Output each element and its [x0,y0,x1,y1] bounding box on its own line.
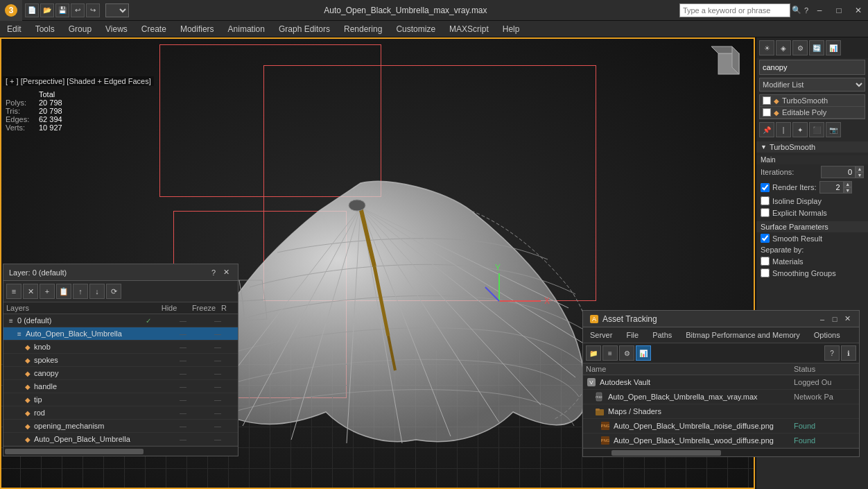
layer-scrollbar-thumb[interactable] [5,449,144,454]
asset-menu-file[interactable]: File [619,327,645,343]
asset-menu-options[interactable]: Options [807,327,847,343]
asset-panel-title-text: Asset Tracking [602,314,816,324]
layer-row-spokes[interactable]: ◆ spokes — — [3,354,238,367]
asset-row-wood[interactable]: PNG Auto_Open_Black_Umbrella_wood_diffus… [583,434,859,448]
iterations-down[interactable]: ▼ [856,172,864,178]
turbosmooth-header: ▼ TurboSmooth [756,141,868,153]
asset-menu-bitmap[interactable]: Bitmap Performance and Memory [679,327,806,343]
layer-row-auto-open[interactable]: ≡ Auto_Open_Black_Umbrella — — [3,327,238,341]
explicit-normals-checkbox[interactable] [761,208,770,217]
materials-checkbox[interactable] [761,257,770,266]
mod-tool-2[interactable]: | [776,122,791,137]
asset-panel-min[interactable]: – [816,313,828,325]
undo-button[interactable]: ↩ [71,3,85,17]
smoothing-groups-checkbox[interactable] [761,268,770,277]
object-name-input[interactable]: canopy [759,60,865,75]
layer-icon-knob: ◆ [23,342,33,352]
workspace-dropdown[interactable]: Workspace: Default [105,3,129,17]
menu-rendering[interactable]: Rendering [337,21,389,37]
menu-group[interactable]: Group [62,21,98,37]
menu-graph-editors[interactable]: Graph Editors [272,21,337,37]
layer-row-knob[interactable]: ◆ knob — — [3,341,238,354]
rp-icon-2[interactable]: ◈ [776,40,791,55]
menu-edit[interactable]: Edit [0,21,28,37]
asset-scrollbar[interactable] [583,448,859,456]
asset-row-noise[interactable]: PNG Auto_Open_Black_Umbrella_noise_diffu… [583,419,859,434]
asset-scrollbar-thumb[interactable] [611,450,721,456]
asset-menu-server[interactable]: Server [583,327,619,343]
layer-toolbar-refresh[interactable]: ⟳ [106,284,121,299]
layer-row-auto-open-2[interactable]: ◆ Auto_Open_Black_Umbrella — — [3,433,238,446]
modifier-editable-poly[interactable]: ◆ Editable Poly [760,107,865,119]
maximize-button[interactable]: □ [829,0,849,21]
layer-row-opening[interactable]: ◆ opening_mechanism — — [3,420,238,433]
render-iters-up[interactable]: ▲ [844,181,852,187]
iterations-up[interactable]: ▲ [856,166,864,172]
menu-customize[interactable]: Customize [389,21,442,37]
asset-tool-help[interactable]: ? [824,345,840,361]
layer-scrollbar[interactable] [3,446,238,456]
menu-maxscript[interactable]: MAXScript [442,21,496,37]
menu-views[interactable]: Views [98,21,134,37]
layer-toolbar-settings[interactable]: ≡ [6,284,21,299]
main-header: Main [756,155,868,164]
render-iters-checkbox[interactable] [761,183,770,192]
mod-tool-5[interactable]: 📷 [826,122,841,137]
redo-button[interactable]: ↪ [86,3,100,17]
mod-tool-3[interactable]: ✦ [792,122,808,137]
layer-row-canopy[interactable]: ◆ canopy — — [3,367,238,380]
mod-checkbox-turbosmooth[interactable] [763,96,771,105]
menu-tools[interactable]: Tools [28,21,62,37]
asset-row-vault[interactable]: V Autodesk Vault Logged Ou [583,375,859,390]
wood-texture-icon: PNG [600,435,611,446]
rp-icon-5[interactable]: 📊 [826,40,841,55]
asset-tool-3[interactable]: ⚙ [619,345,634,361]
menu-create[interactable]: Create [134,21,173,37]
menu-animation[interactable]: Animation [221,21,272,37]
layer-panel-help[interactable]: ? [207,266,220,279]
layer-toolbar-move-down[interactable]: ↓ [89,284,105,299]
asset-tool-4[interactable]: 📊 [636,345,651,361]
new-button[interactable]: 📄 [25,3,39,17]
asset-panel-close[interactable]: ✕ [841,313,853,325]
rp-icon-3[interactable]: ⚙ [792,40,808,55]
save-button[interactable]: 💾 [55,3,69,17]
asset-tool-2[interactable]: ≡ [602,345,618,361]
search-icon[interactable]: 🔍 [792,6,801,15]
layer-row-handle[interactable]: ◆ handle — — [3,380,238,393]
mod-tool-4[interactable]: ⬛ [809,122,824,137]
asset-row-max-file[interactable]: max Auto_Open_Black_Umbrella_max_vray.ma… [583,390,859,404]
asset-menu-paths[interactable]: Paths [645,327,679,343]
layer-row-tip[interactable]: ◆ tip — — [3,393,238,406]
layer-panel-close[interactable]: ✕ [220,266,232,279]
viewport-cube[interactable] [708,43,749,85]
asset-tool-info[interactable]: ℹ [841,345,856,361]
iterations-input[interactable] [821,166,856,178]
minimize-button[interactable]: – [810,0,829,21]
asset-row-maps[interactable]: Maps / Shaders [583,404,859,419]
asset-panel-max[interactable]: □ [828,313,841,325]
mod-checkbox-editable[interactable] [763,108,771,117]
search-input[interactable] [679,3,790,17]
close-button[interactable]: ✕ [849,0,868,21]
asset-tool-1[interactable]: 📁 [586,345,601,361]
layer-row-rod[interactable]: ◆ rod — — [3,406,238,420]
layer-toolbar-move-up[interactable]: ↑ [73,284,88,299]
rp-icon-4[interactable]: 🔄 [809,40,824,55]
layer-toolbar-copy[interactable]: 📋 [56,284,71,299]
layer-row-0-default[interactable]: ≡ 0 (default) ✓ — — [3,314,238,327]
render-iters-down[interactable]: ▼ [844,187,852,194]
isoline-checkbox[interactable] [761,196,770,205]
render-iters-input[interactable] [819,181,844,194]
rp-icon-1[interactable]: ☀ [759,40,774,55]
menu-help[interactable]: Help [496,21,527,37]
open-button[interactable]: 📂 [40,3,54,17]
menu-modifiers[interactable]: Modifiers [173,21,221,37]
modifier-turbosmooth[interactable]: ◆ TurboSmooth [760,95,865,107]
help-icon[interactable]: ? [804,6,808,15]
layer-toolbar-delete[interactable]: ✕ [23,284,38,299]
layer-toolbar-add[interactable]: + [40,284,55,299]
smooth-result-checkbox[interactable] [761,234,770,243]
mod-tool-1[interactable]: 📌 [759,122,774,137]
modifier-list-dropdown[interactable]: Modifier List [759,78,865,92]
